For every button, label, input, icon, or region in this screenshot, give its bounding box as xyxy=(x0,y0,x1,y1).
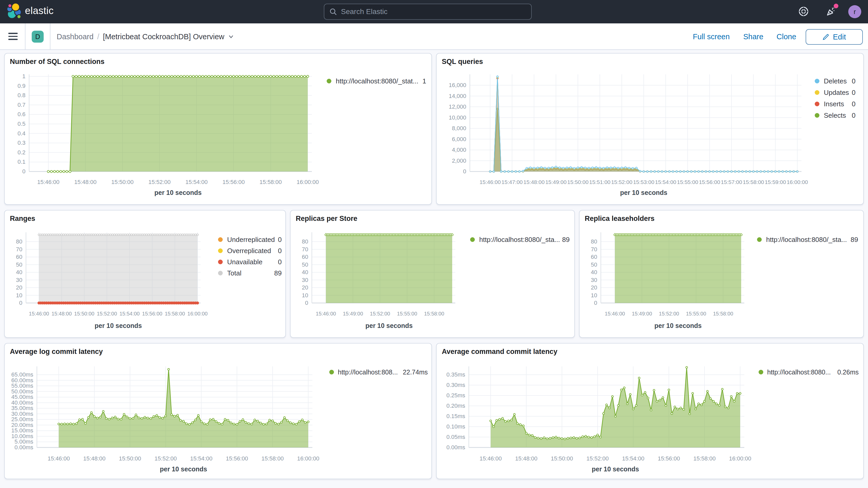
pencil-icon xyxy=(823,33,829,40)
legend-item[interactable]: http://localhost:808...22.74ms xyxy=(329,368,428,376)
chart-average-log-commit-latency[interactable]: 65.00ms60.00ms55.00ms50.00ms45.00ms40.00… xyxy=(5,343,431,479)
help-icon[interactable] xyxy=(798,6,809,17)
notification-dot xyxy=(834,4,838,8)
svg-text:15:48:00: 15:48:00 xyxy=(83,455,105,462)
svg-text:0: 0 xyxy=(278,258,282,266)
svg-text:15:52:00: 15:52:00 xyxy=(97,311,117,316)
svg-text:15:48:00: 15:48:00 xyxy=(52,311,72,316)
legend-item[interactable]: http://localhost:8080/_sta...89 xyxy=(757,236,858,243)
svg-text:60: 60 xyxy=(302,254,308,260)
avatar[interactable]: r xyxy=(848,5,861,18)
legend-item[interactable]: http://localhost:8080/_sta...89 xyxy=(470,236,570,243)
chart-sql-queries[interactable]: 16,00014,00012,00010,0008,0006,0004,0002… xyxy=(437,54,863,204)
svg-text:10: 10 xyxy=(302,292,308,299)
svg-text:80: 80 xyxy=(302,238,308,245)
panel-number-of-sql-connections: Number of SQL connections 10.90.80.70.60… xyxy=(4,53,432,205)
menu-icon[interactable] xyxy=(8,33,18,40)
svg-text:0.26ms: 0.26ms xyxy=(837,368,859,376)
panel-average-log-commit-latency: Average log commit latency 65.00ms60.00m… xyxy=(4,343,432,479)
svg-text:0.10ms: 0.10ms xyxy=(446,423,465,430)
svg-text:2,000: 2,000 xyxy=(452,157,466,164)
svg-text:http://localhost:8080/_sta...: http://localhost:8080/_sta... xyxy=(766,236,847,243)
breadcrumb: Dashboard / [Metricbeat CockroachDB] Ove… xyxy=(57,23,234,50)
space-badge[interactable]: D xyxy=(32,31,44,42)
chart-replica-leaseholders[interactable]: 8070605040302010015:46:0015:49:0015:52:0… xyxy=(580,211,863,337)
panel-replicas-per-store: Replicas per Store 8070605040302010015:4… xyxy=(290,210,575,338)
chart-canvas: 8070605040302010015:46:0015:49:0015:52:0… xyxy=(290,211,574,337)
svg-text:15:52:00: 15:52:00 xyxy=(611,179,632,185)
svg-text:89: 89 xyxy=(274,269,282,277)
legend-item[interactable]: Updates0 xyxy=(815,89,856,96)
full-screen-button[interactable]: Full screen xyxy=(693,23,730,50)
search-icon xyxy=(330,8,337,15)
svg-text:0.00ms: 0.00ms xyxy=(446,444,465,451)
svg-text:per 10 seconds: per 10 seconds xyxy=(160,465,207,473)
breadcrumb-dashboard[interactable]: Dashboard xyxy=(57,32,94,41)
elastic-logo[interactable] xyxy=(5,2,25,22)
svg-text:0.2: 0.2 xyxy=(18,149,26,156)
svg-text:http://localhost:808...: http://localhost:808... xyxy=(338,368,398,376)
brand-text[interactable]: elastic xyxy=(25,5,54,17)
legend-item[interactable]: Unavailable0 xyxy=(218,258,282,266)
svg-text:0.15ms: 0.15ms xyxy=(446,413,465,419)
svg-text:12,000: 12,000 xyxy=(449,103,466,110)
svg-text:Unavailable: Unavailable xyxy=(227,258,262,266)
chart-average-command-commit-latency[interactable]: 0.35ms0.30ms0.25ms0.20ms0.15ms0.10ms0.05… xyxy=(437,343,863,479)
svg-text:15:58:00: 15:58:00 xyxy=(713,311,733,316)
svg-text:15:52:00: 15:52:00 xyxy=(370,311,390,316)
svg-text:http://localhost:8080/_stat...: http://localhost:8080/_stat... xyxy=(336,77,418,85)
svg-text:15:58:00: 15:58:00 xyxy=(261,455,284,462)
svg-text:15:46:00: 15:46:00 xyxy=(605,311,625,316)
legend-item[interactable]: Inserts0 xyxy=(815,100,856,108)
svg-text:15:50:00: 15:50:00 xyxy=(551,455,573,462)
svg-text:16:00:00: 16:00:00 xyxy=(297,179,319,185)
svg-text:15:50:00: 15:50:00 xyxy=(567,179,589,185)
svg-text:0.9: 0.9 xyxy=(18,83,26,89)
svg-text:1: 1 xyxy=(423,77,426,85)
legend-item[interactable]: Total89 xyxy=(218,269,282,277)
divider xyxy=(25,23,26,50)
svg-text:15:54:00: 15:54:00 xyxy=(120,311,140,316)
svg-text:15:54:00: 15:54:00 xyxy=(655,179,677,185)
chart-canvas: 8070605040302010015:46:0015:49:0015:52:0… xyxy=(580,211,863,337)
chart-canvas: 16,00014,00012,00010,0008,0006,0004,0002… xyxy=(437,54,863,204)
legend-item[interactable]: http://localhost:8080...0.26ms xyxy=(758,368,859,376)
page-title: [Metricbeat CockroachDB] Overview xyxy=(103,32,224,41)
svg-text:0: 0 xyxy=(19,300,22,306)
legend-item[interactable]: http://localhost:8080/_stat...1 xyxy=(327,77,426,85)
kibana-dashboard: elastic Search Elastic r xyxy=(0,0,868,488)
svg-text:http://localhost:8080...: http://localhost:8080... xyxy=(767,368,831,376)
legend-item[interactable]: Underreplicated0 xyxy=(218,236,282,243)
search-input[interactable]: Search Elastic xyxy=(324,4,532,20)
svg-text:30: 30 xyxy=(591,277,597,283)
svg-text:0.25ms: 0.25ms xyxy=(446,392,465,399)
clone-button[interactable]: Clone xyxy=(777,23,796,50)
svg-text:15:54:00: 15:54:00 xyxy=(185,179,208,185)
svg-text:Overreplicated: Overreplicated xyxy=(227,247,271,255)
edit-button[interactable]: Edit xyxy=(806,29,863,45)
legend-item[interactable]: Deletes0 xyxy=(815,77,856,85)
svg-text:20: 20 xyxy=(302,284,308,291)
share-button[interactable]: Share xyxy=(743,23,763,50)
svg-text:30: 30 xyxy=(302,277,308,283)
chevron-down-icon[interactable] xyxy=(228,33,234,40)
svg-text:15:49:00: 15:49:00 xyxy=(545,179,566,185)
svg-text:15:46:00: 15:46:00 xyxy=(479,179,501,185)
chart-replicas-per-store[interactable]: 8070605040302010015:46:0015:49:0015:52:0… xyxy=(290,211,574,337)
svg-text:1: 1 xyxy=(22,73,26,80)
panel-average-command-commit-latency: Average command commit latency 0.35ms0.3… xyxy=(436,343,864,479)
svg-text:70: 70 xyxy=(591,246,597,252)
legend-item[interactable]: Overreplicated0 xyxy=(218,247,282,255)
svg-text:40: 40 xyxy=(591,269,597,275)
svg-text:0.30ms: 0.30ms xyxy=(446,382,465,388)
svg-text:16:00:00: 16:00:00 xyxy=(729,455,751,462)
svg-text:per 10 seconds: per 10 seconds xyxy=(654,322,702,329)
svg-text:40: 40 xyxy=(302,269,308,275)
chart-ranges[interactable]: 8070605040302010015:46:0015:48:0015:50:0… xyxy=(5,211,285,337)
legend-item[interactable]: Selects0 xyxy=(815,112,856,119)
svg-text:0.3: 0.3 xyxy=(18,140,26,146)
dashboard-toolbar: D Dashboard / [Metricbeat CockroachDB] O… xyxy=(0,23,868,50)
svg-text:0: 0 xyxy=(278,247,282,255)
svg-text:0.5: 0.5 xyxy=(18,121,26,127)
chart-number-of-sql-connections[interactable]: 10.90.80.70.60.50.40.30.20.1015:46:0015:… xyxy=(5,54,431,204)
